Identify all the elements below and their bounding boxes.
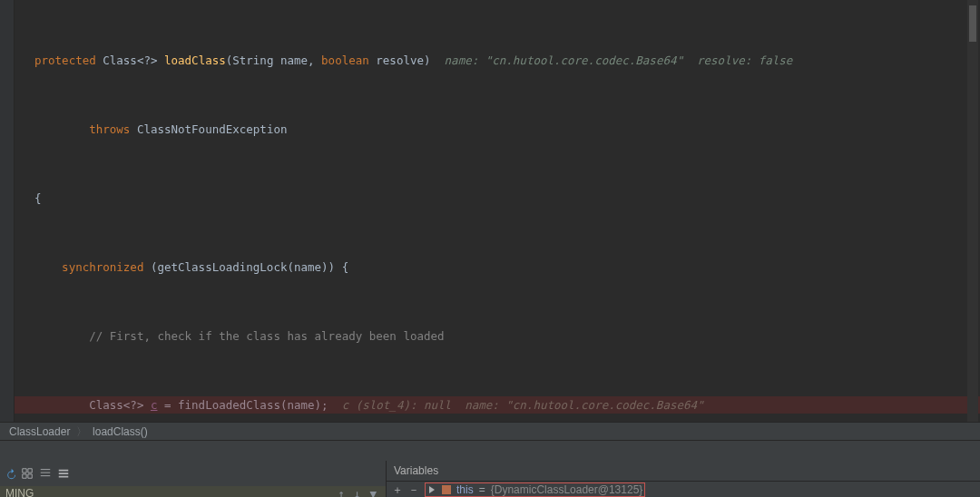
scroll-thumb[interactable] bbox=[969, 5, 976, 42]
breadcrumb-method[interactable]: loadClass() bbox=[93, 425, 148, 438]
add-watch-icon[interactable]: ＋ bbox=[392, 482, 403, 498]
remove-watch-icon[interactable]: － bbox=[408, 482, 419, 498]
code-line[interactable]: synchronized (getClassLoadingLock(name))… bbox=[15, 258, 980, 276]
object-icon bbox=[442, 485, 451, 494]
arrow-up-icon[interactable]: ↑ bbox=[338, 487, 345, 498]
expand-icon[interactable] bbox=[427, 485, 436, 494]
inline-hint: c (slot_4): null name: "cn.hutool.core.c… bbox=[328, 398, 704, 412]
code-area[interactable]: protected Class<?> loadClass(String name… bbox=[15, 0, 980, 422]
editor-scrollbar[interactable] bbox=[967, 0, 978, 422]
frames-list-icon[interactable] bbox=[39, 467, 52, 480]
arrow-down-icon[interactable]: ↓ bbox=[354, 487, 361, 498]
restart-icon[interactable] bbox=[3, 467, 15, 480]
breadcrumb[interactable]: ClassLoader 〉 loadClass() bbox=[0, 422, 980, 440]
code-editor[interactable]: protected Class<?> loadClass(String name… bbox=[0, 0, 980, 422]
code-line[interactable]: protected Class<?> loadClass(String name… bbox=[15, 52, 980, 69]
variables-body[interactable]: ＋ － this = {DynamicClassLoader@13125} bbox=[386, 481, 980, 497]
code-line[interactable]: Class<?> c = findLoadedClass(name); c (s… bbox=[15, 396, 980, 414]
svg-rect-0 bbox=[442, 485, 451, 494]
filter-icon[interactable]: ▼ bbox=[369, 487, 377, 498]
variables-header: Variables bbox=[386, 461, 980, 481]
code-line[interactable]: // First, check if the class has already… bbox=[15, 327, 980, 345]
variable-this[interactable]: this = {DynamicClassLoader@13125} bbox=[425, 482, 645, 497]
breadcrumb-class[interactable]: ClassLoader bbox=[9, 425, 70, 438]
breadcrumb-sep: 〉 bbox=[76, 425, 87, 438]
frame-nav-tools: ↑ ↓ ▼ bbox=[338, 486, 377, 497]
frames-dropdown[interactable]: MING bbox=[0, 486, 386, 497]
show-frames-icon[interactable] bbox=[21, 467, 34, 480]
debugger-toolbar bbox=[3, 464, 70, 482]
debugger-panel: MING ↑ ↓ ▼ Variables ＋ － this = {Dynamic… bbox=[0, 440, 980, 497]
editor-gutter bbox=[0, 0, 15, 422]
frames-wide-icon[interactable] bbox=[57, 467, 70, 480]
code-line[interactable]: throws ClassNotFoundException bbox=[15, 121, 980, 138]
code-line[interactable]: { bbox=[15, 190, 980, 207]
variables-toolbar-row: ＋ － this = {DynamicClassLoader@13125} bbox=[387, 482, 980, 497]
inline-hint: name: "cn.hutool.core.codec.Base64" reso… bbox=[431, 54, 793, 67]
